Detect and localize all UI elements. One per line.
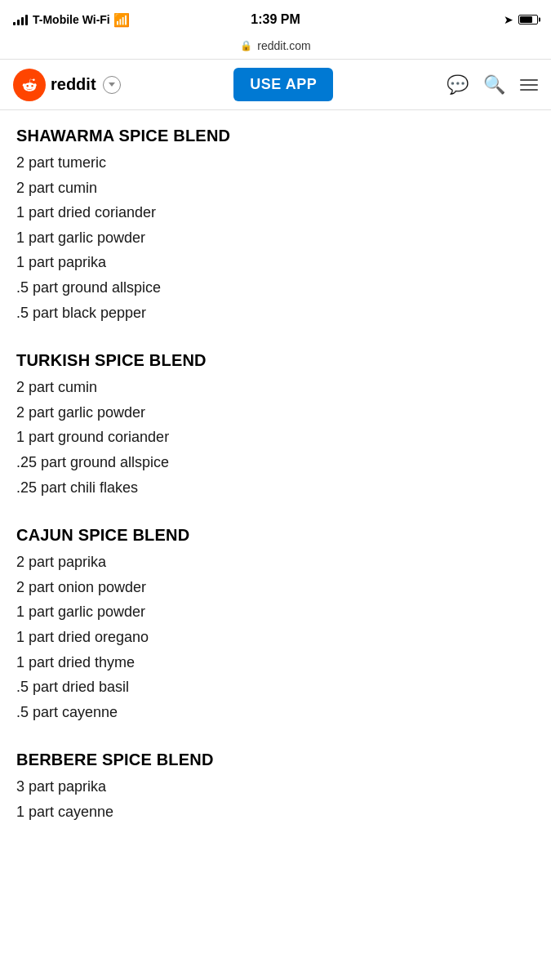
url-bar[interactable]: 🔒 reddit.com xyxy=(0,36,551,59)
status-right: ➤ xyxy=(504,13,538,26)
reddit-logo[interactable]: reddit xyxy=(13,69,121,101)
spice-section-shawarma: SHAWARMA SPICE BLEND2 part tumeric2 part… xyxy=(16,127,535,325)
list-item: .5 part ground allspice xyxy=(16,275,535,301)
section-title-berbere: BERBERE SPICE BLEND xyxy=(16,751,535,769)
main-content: SHAWARMA SPICE BLEND2 part tumeric2 part… xyxy=(0,110,551,866)
chevron-down-icon xyxy=(109,82,115,87)
list-item: .25 part ground allspice xyxy=(16,450,535,475)
spice-section-berbere: BERBERE SPICE BLEND3 part paprika1 part … xyxy=(16,751,535,824)
status-left: T-Mobile Wi-Fi 📶 xyxy=(13,12,130,28)
list-item: 1 part dried oregano xyxy=(16,625,535,650)
status-bar: T-Mobile Wi-Fi 📶 1:39 PM ➤ xyxy=(0,0,551,36)
location-icon: ➤ xyxy=(504,13,513,26)
ingredient-list-cajun: 2 part paprika2 part onion powder1 part … xyxy=(16,550,535,724)
lock-icon: 🔒 xyxy=(240,40,252,51)
ingredient-list-shawarma: 2 part tumeric2 part cumin1 part dried c… xyxy=(16,150,535,325)
list-item: .5 part black pepper xyxy=(16,301,535,326)
reddit-wordmark: reddit xyxy=(51,75,96,94)
list-item: .5 part dried basil xyxy=(16,675,535,700)
ingredient-list-berbere: 3 part paprika1 part cayenne xyxy=(16,774,535,824)
spice-section-turkish: TURKISH SPICE BLEND2 part cumin2 part ga… xyxy=(16,351,535,500)
list-item: 2 part onion powder xyxy=(16,575,535,600)
list-item: 1 part cayenne xyxy=(16,800,535,825)
url-text: reddit.com xyxy=(257,39,310,52)
list-item: 2 part tumeric xyxy=(16,150,535,176)
list-item: 2 part cumin xyxy=(16,375,535,400)
list-item: 1 part paprika xyxy=(16,250,535,275)
reddit-alien-icon xyxy=(19,74,40,96)
ingredient-list-turkish: 2 part cumin2 part garlic powder1 part g… xyxy=(16,375,535,500)
list-item: 3 part paprika xyxy=(16,774,535,800)
list-item: 1 part garlic powder xyxy=(16,599,535,625)
section-title-shawarma: SHAWARMA SPICE BLEND xyxy=(16,127,535,145)
search-icon[interactable]: 🔍 xyxy=(483,74,505,96)
section-title-cajun: CAJUN SPICE BLEND xyxy=(16,526,535,545)
list-item: 2 part garlic powder xyxy=(16,400,535,425)
reddit-icon xyxy=(13,69,46,101)
carrier-label: T-Mobile Wi-Fi xyxy=(33,13,110,26)
reddit-header: reddit USE APP 💬 🔍 xyxy=(0,60,551,110)
header-icons: 💬 🔍 xyxy=(447,74,538,96)
menu-button[interactable] xyxy=(520,79,538,91)
list-item: 1 part ground coriander xyxy=(16,425,535,450)
chat-icon[interactable]: 💬 xyxy=(447,74,469,96)
spice-sections: SHAWARMA SPICE BLEND2 part tumeric2 part… xyxy=(16,127,535,824)
wifi-icon: 📶 xyxy=(113,12,130,28)
list-item: 1 part dried coriander xyxy=(16,200,535,225)
list-item: 2 part paprika xyxy=(16,550,535,575)
list-item: .25 part chili flakes xyxy=(16,475,535,501)
list-item: 1 part garlic powder xyxy=(16,225,535,251)
spice-section-cajun: CAJUN SPICE BLEND2 part paprika2 part on… xyxy=(16,526,535,724)
use-app-button[interactable]: USE APP xyxy=(233,68,333,101)
status-time: 1:39 PM xyxy=(251,12,300,27)
list-item: .5 part cayenne xyxy=(16,700,535,725)
section-title-turkish: TURKISH SPICE BLEND xyxy=(16,351,535,370)
battery-icon xyxy=(518,15,538,24)
reddit-dropdown-button[interactable] xyxy=(103,76,121,94)
signal-bars-icon xyxy=(13,14,28,25)
list-item: 2 part cumin xyxy=(16,176,535,201)
list-item: 1 part dried thyme xyxy=(16,650,535,675)
